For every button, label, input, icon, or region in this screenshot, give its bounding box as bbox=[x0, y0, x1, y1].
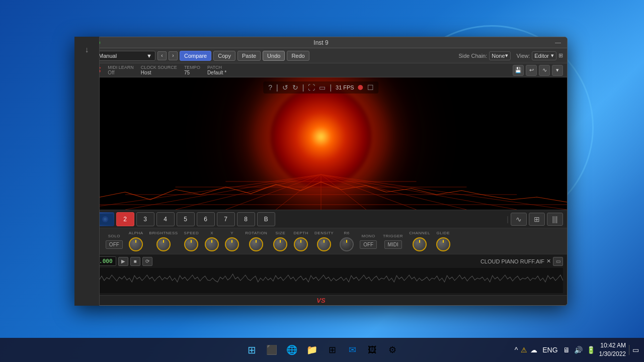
waveform-view-btn[interactable]: ∿ bbox=[511, 213, 527, 226]
alpha-knob[interactable] bbox=[129, 237, 143, 251]
layer-2-btn[interactable]: 2 bbox=[116, 212, 134, 226]
language-indicator[interactable]: ENG bbox=[541, 345, 558, 355]
controls-bar: ENABLED ON SOLO OFF ALPHA BRIGHTNESS SPE… bbox=[75, 228, 567, 254]
window-close-btn[interactable]: — bbox=[553, 39, 563, 46]
y-knob[interactable] bbox=[225, 237, 239, 251]
paste-button[interactable]: Paste bbox=[237, 51, 261, 61]
taskbar-explorer-icon[interactable]: 📁 bbox=[303, 341, 321, 359]
svg-line-5 bbox=[125, 174, 321, 210]
speed-control: SPEED bbox=[184, 231, 199, 251]
show-desktop-btn[interactable]: ▭ bbox=[629, 345, 640, 355]
depth-control: DEPTH bbox=[293, 231, 308, 251]
wf-loop-btn[interactable]: ⟳ bbox=[142, 257, 152, 266]
layer-6-btn[interactable]: 6 bbox=[197, 212, 215, 226]
tray-warning-icon[interactable]: ⚠ bbox=[520, 345, 528, 355]
channel-control: CHANNEL bbox=[409, 231, 430, 251]
tb2-wave-btn[interactable]: ∿ bbox=[539, 65, 550, 76]
brightness-knob[interactable] bbox=[156, 237, 171, 251]
volume-icon[interactable]: 🔊 bbox=[573, 345, 584, 355]
main-content: ? | ↺ ↻ | ⛶ ▭ | 31 FPS ☐ | bbox=[75, 77, 567, 305]
solo-label: SOLO bbox=[108, 234, 120, 238]
wf-play-btn[interactable]: ▶ bbox=[118, 257, 128, 266]
layer-4-btn[interactable]: 4 bbox=[156, 212, 175, 226]
tray-cloud-icon[interactable]: ☁ bbox=[529, 345, 538, 355]
channel-knob[interactable] bbox=[413, 237, 427, 251]
compare-button[interactable]: Compare bbox=[180, 51, 211, 61]
tb2-undo-btn[interactable]: ↩ bbox=[526, 65, 537, 76]
taskbar-edge-icon[interactable]: 🌐 bbox=[283, 341, 301, 359]
trigger-control: TRIGGER MIDI bbox=[383, 234, 403, 249]
density-knob[interactable] bbox=[317, 237, 331, 251]
svg-line-7 bbox=[225, 174, 321, 210]
undo-button[interactable]: Undo bbox=[263, 51, 285, 61]
taskbar-clock[interactable]: 10:42 AM 1/30/2022 bbox=[599, 341, 626, 358]
monitor-icon[interactable]: 🖥 bbox=[562, 345, 571, 355]
nav-back-button[interactable]: ‹ bbox=[157, 51, 167, 60]
tb2-down-btn[interactable]: ▾ bbox=[552, 65, 563, 76]
rec-btn[interactable]: ☐ bbox=[367, 83, 374, 92]
trigger-toggle[interactable]: MIDI bbox=[384, 240, 402, 249]
redo-transport-btn[interactable]: ↻ bbox=[292, 83, 298, 92]
battery-icon[interactable]: 🔋 bbox=[586, 345, 596, 355]
bar-view-btn[interactable]: ||| bbox=[547, 213, 563, 226]
sidechain-select[interactable]: None ▾ bbox=[489, 51, 510, 60]
help-btn[interactable]: ? bbox=[268, 83, 272, 92]
taskbar-microsoft-store-icon[interactable]: ⊞ bbox=[323, 341, 341, 359]
taskbar-photos-icon[interactable]: 🖼 bbox=[363, 341, 381, 359]
taskbar-store-icon[interactable]: ⬛ bbox=[263, 341, 281, 359]
tb2-save-btn[interactable]: 💾 bbox=[513, 65, 524, 76]
x-control: X bbox=[205, 231, 219, 251]
y-control: Y bbox=[225, 231, 239, 251]
filename-close[interactable]: ✕ bbox=[546, 258, 551, 264]
nav-forward-button[interactable]: › bbox=[169, 51, 178, 60]
top-toolbar: ⏻ Manual ▼ ‹ › Compare Copy Paste Undo R… bbox=[75, 48, 567, 63]
fps-display: 31 FPS bbox=[336, 84, 354, 90]
plugin-window: Inst 9 — ⏻ Manual ▼ ‹ › Compare Copy Pas… bbox=[74, 37, 568, 306]
layer-7-btn[interactable]: 7 bbox=[217, 212, 235, 226]
wf-stop-btn[interactable]: ■ bbox=[130, 257, 140, 266]
rotation-knob[interactable] bbox=[249, 237, 263, 251]
view-label: View: bbox=[517, 53, 530, 59]
mono-toggle[interactable]: OFF bbox=[360, 240, 377, 249]
copy-button[interactable]: Copy bbox=[213, 51, 235, 61]
x-knob[interactable] bbox=[205, 237, 219, 251]
size-knob[interactable] bbox=[273, 237, 287, 251]
view-btn[interactable]: ▭ bbox=[319, 83, 326, 92]
grid-view-btn[interactable]: ⊞ bbox=[529, 213, 545, 226]
layer-3-btn[interactable]: 3 bbox=[136, 212, 154, 226]
mono-label: MONO bbox=[362, 234, 375, 238]
tempo-label: TEMPO bbox=[184, 65, 200, 70]
bottom-logo: VS bbox=[316, 297, 325, 304]
start-button[interactable]: ⊞ bbox=[243, 341, 261, 359]
layer-5-btn[interactable]: 5 bbox=[177, 212, 195, 226]
solo-toggle[interactable]: OFF bbox=[106, 240, 123, 249]
fullscreen-btn[interactable]: ⛶ bbox=[308, 83, 315, 92]
view-select[interactable]: Editor ▾ bbox=[532, 51, 556, 60]
taskbar-settings-icon[interactable]: ⚙ bbox=[383, 341, 401, 359]
layer-b-btn[interactable]: B bbox=[257, 212, 275, 226]
patch-value: Default * bbox=[207, 70, 226, 75]
y-label: Y bbox=[230, 231, 233, 235]
sidechain-label: Side Chain: bbox=[458, 53, 487, 59]
layer-bar: | 2 3 4 5 6 7 8 B | ∿ ⊞ ||| bbox=[75, 210, 567, 228]
glide-knob[interactable] bbox=[436, 237, 450, 251]
svg-line-13 bbox=[321, 174, 517, 210]
r6-knob[interactable] bbox=[340, 237, 354, 251]
wf-load-btn[interactable]: ▭ bbox=[553, 257, 563, 266]
layer-8-btn[interactable]: 8 bbox=[237, 212, 255, 226]
view-extra-btn[interactable]: ⊞ bbox=[558, 52, 563, 59]
brightness-label: BRIGHTNESS bbox=[149, 231, 178, 235]
rotation-label: ROTATION bbox=[245, 231, 267, 235]
windows-logo-icon: ⊞ bbox=[248, 344, 256, 356]
sidebar-down-arrow[interactable]: ↓ bbox=[78, 41, 96, 59]
speed-knob[interactable] bbox=[184, 237, 198, 251]
undo-transport-btn[interactable]: ↺ bbox=[282, 83, 288, 92]
redo-button[interactable]: Redo bbox=[287, 51, 309, 61]
depth-knob[interactable] bbox=[294, 237, 308, 251]
tray-chevron-icon[interactable]: ^ bbox=[514, 345, 519, 355]
preset-selector[interactable]: Manual ▼ bbox=[95, 51, 155, 61]
x-label: X bbox=[210, 231, 213, 235]
sidebar: ↓ bbox=[74, 37, 100, 306]
tempo-value: 75 bbox=[184, 70, 200, 75]
taskbar-mail-icon[interactable]: ✉ bbox=[343, 341, 361, 359]
